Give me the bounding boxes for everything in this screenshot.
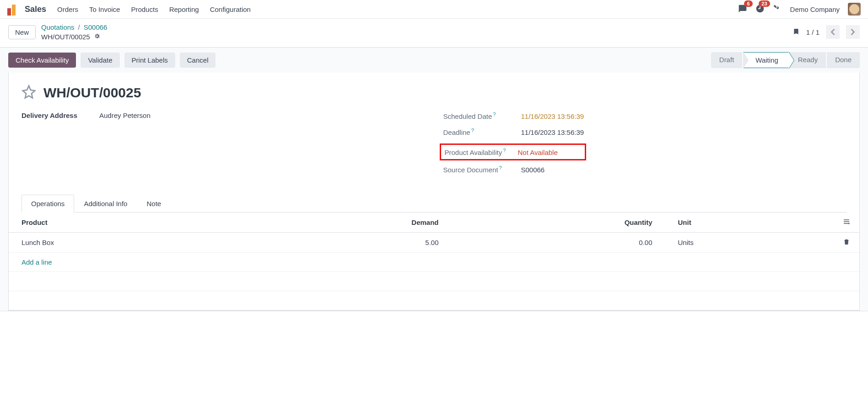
tab-operations[interactable]: Operations: [22, 195, 74, 213]
user-avatar[interactable]: [848, 3, 861, 16]
status-draft[interactable]: Draft: [711, 52, 743, 68]
operations-table: Product Demand Quantity Unit Lunch Box 5…: [9, 213, 859, 310]
nav-reporting[interactable]: Reporting: [169, 5, 199, 13]
status-ready[interactable]: Ready: [790, 52, 826, 68]
breadcrumb: Quotations / S00066: [41, 23, 107, 31]
col-unit[interactable]: Unit: [665, 213, 830, 233]
product-availability-value: Not Available: [518, 149, 558, 156]
app-title[interactable]: Sales: [25, 5, 46, 14]
tabs: Operations Additional Info Note: [22, 195, 846, 213]
source-document-value[interactable]: S00066: [521, 166, 545, 174]
help-icon[interactable]: ?: [503, 148, 506, 153]
cell-demand[interactable]: 5.00: [241, 233, 451, 253]
activities-icon[interactable]: 23: [755, 4, 765, 15]
breadcrumb-quotations[interactable]: Quotations: [41, 23, 75, 31]
action-bar: Check Availability Validate Print Labels…: [0, 48, 868, 73]
tab-note[interactable]: Note: [137, 195, 171, 212]
company-name[interactable]: Demo Company: [790, 5, 840, 13]
pager-next-button[interactable]: [846, 25, 860, 39]
messages-badge: 6: [744, 0, 752, 7]
pager-text: 1 / 1: [806, 28, 819, 36]
nav-products[interactable]: Products: [131, 5, 158, 13]
status-done[interactable]: Done: [827, 52, 860, 68]
top-navbar: Sales Orders To Invoice Products Reporti…: [0, 0, 868, 19]
messages-icon[interactable]: 6: [738, 4, 747, 15]
record-id: WH/OUT/00025: [41, 33, 90, 41]
pager-prev-button[interactable]: [826, 25, 840, 39]
source-document-label: Source Document?: [443, 165, 521, 174]
cancel-button[interactable]: Cancel: [180, 53, 216, 68]
breadcrumb-order[interactable]: S00066: [84, 23, 108, 31]
add-line-button[interactable]: Add a line: [22, 258, 52, 266]
col-settings[interactable]: [830, 213, 859, 233]
delivery-address-label: Delivery Address: [22, 112, 99, 119]
control-bar: New Quotations / S00066 WH/OUT/00025 1 /…: [0, 19, 868, 43]
tab-additional-info[interactable]: Additional Info: [74, 195, 137, 212]
deadline-value[interactable]: 11/16/2023 13:56:39: [521, 128, 584, 136]
empty-row: [9, 272, 859, 291]
cell-quantity[interactable]: 0.00: [452, 233, 665, 253]
validate-button[interactable]: Validate: [81, 53, 119, 68]
status-waiting[interactable]: Waiting: [743, 52, 788, 68]
star-icon[interactable]: [22, 85, 36, 101]
col-demand[interactable]: Demand: [241, 213, 451, 233]
col-product[interactable]: Product: [9, 213, 241, 233]
delivery-address-value[interactable]: Audrey Peterson: [99, 112, 151, 119]
status-pipeline: Draft Waiting Ready Done: [710, 52, 860, 68]
cell-product[interactable]: Lunch Box: [9, 233, 241, 253]
print-labels-button[interactable]: Print Labels: [124, 53, 175, 68]
bookmark-icon[interactable]: [793, 27, 800, 37]
tools-icon[interactable]: [773, 4, 782, 15]
new-button[interactable]: New: [8, 25, 36, 39]
table-row[interactable]: Lunch Box 5.00 0.00 Units: [9, 233, 859, 253]
nav-configuration[interactable]: Configuration: [210, 5, 251, 13]
nav-to-invoice[interactable]: To Invoice: [89, 5, 120, 13]
gear-icon[interactable]: [94, 33, 100, 41]
doc-title: WH/OUT/00025: [43, 85, 141, 101]
form-sheet: WH/OUT/00025 Delivery Address Audrey Pet…: [8, 73, 860, 311]
cell-unit[interactable]: Units: [665, 233, 830, 253]
scheduled-date-value[interactable]: 11/16/2023 13:56:39: [521, 112, 584, 120]
help-icon[interactable]: ?: [499, 165, 502, 170]
app-logo[interactable]: [7, 3, 20, 16]
delete-row-button[interactable]: [830, 233, 859, 253]
help-icon[interactable]: ?: [493, 112, 496, 117]
empty-row: [9, 291, 859, 310]
scheduled-date-label: Scheduled Date?: [443, 112, 521, 120]
col-quantity[interactable]: Quantity: [452, 213, 665, 233]
check-availability-button[interactable]: Check Availability: [8, 53, 76, 68]
nav-links: Orders To Invoice Products Reporting Con…: [57, 5, 251, 13]
product-availability-label: Product Availability?: [445, 148, 518, 156]
help-icon[interactable]: ?: [471, 128, 474, 133]
add-line-row: Add a line: [9, 253, 859, 272]
nav-orders[interactable]: Orders: [57, 5, 78, 13]
activities-badge: 23: [759, 0, 770, 7]
deadline-label: Deadline?: [443, 128, 521, 136]
product-availability-highlight: Product Availability? Not Available: [440, 144, 586, 160]
